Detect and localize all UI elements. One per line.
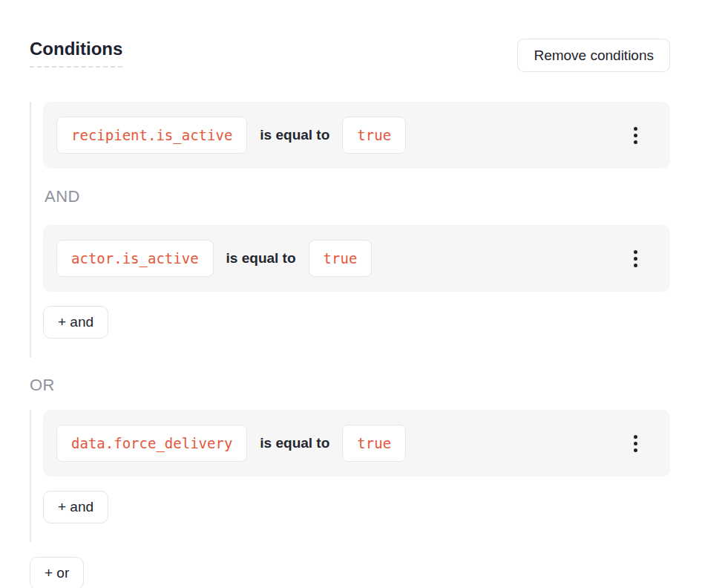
condition-group-1: recipient.is_active is equal to true AND… (30, 102, 670, 357)
condition-row: actor.is_active is equal to true (43, 225, 670, 292)
operator-label: is equal to (260, 435, 329, 451)
and-connector-label: AND (45, 189, 670, 205)
conditions-header: Conditions Remove conditions (30, 39, 670, 72)
operator-label: is equal to (260, 127, 329, 143)
kebab-menu-icon[interactable] (628, 246, 643, 272)
value-chip[interactable]: true (342, 117, 406, 154)
or-connector-label: OR (30, 377, 670, 393)
add-or-button[interactable]: + or (30, 557, 84, 588)
add-and-button[interactable]: + and (43, 491, 108, 523)
field-chip[interactable]: data.force_delivery (56, 425, 247, 462)
kebab-menu-icon[interactable] (628, 122, 643, 148)
condition-group-2: data.force_delivery is equal to true + a… (30, 410, 670, 542)
conditions-panel: Conditions Remove conditions recipient.i… (0, 0, 702, 588)
remove-conditions-button[interactable]: Remove conditions (517, 39, 670, 72)
add-and-button[interactable]: + and (43, 306, 108, 339)
kebab-menu-icon[interactable] (628, 431, 643, 457)
condition-row: data.force_delivery is equal to true (43, 410, 670, 477)
value-chip[interactable]: true (342, 425, 406, 462)
condition-row: recipient.is_active is equal to true (43, 102, 670, 169)
field-chip[interactable]: recipient.is_active (56, 117, 247, 154)
value-chip[interactable]: true (309, 240, 373, 277)
operator-label: is equal to (226, 250, 296, 267)
page-title: Conditions (30, 39, 122, 68)
field-chip[interactable]: actor.is_active (56, 240, 214, 277)
